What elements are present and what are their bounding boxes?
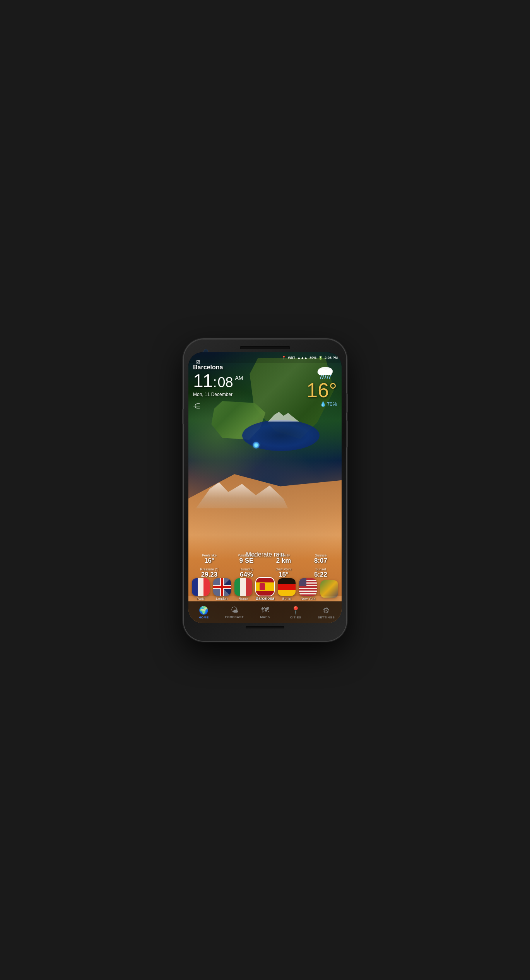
- italy-flag: [234, 578, 252, 596]
- cities-row: Paris London Rome: [188, 578, 342, 601]
- city-berlin[interactable]: Berlin: [278, 578, 296, 601]
- spain-emblem: [260, 583, 265, 590]
- wifi-icon: WiFi: [288, 356, 295, 360]
- speaker-top: [240, 346, 290, 349]
- nav-maps[interactable]: 🗺 MAPS: [250, 603, 280, 621]
- london-label: London: [216, 597, 228, 601]
- settings-icon: ⚙: [323, 606, 330, 615]
- flag-new-york: [299, 578, 317, 596]
- speaker-bottom: [246, 626, 284, 628]
- svg-line-8: [329, 376, 330, 379]
- wind-value: 9 SE: [229, 557, 264, 565]
- temperature-display: 16°: [306, 380, 337, 400]
- nav-settings[interactable]: ⚙ SETTINGS: [311, 603, 342, 621]
- sunset-label: Sunset: [303, 567, 339, 571]
- svg-line-4: [320, 376, 321, 379]
- new-york-label: New York: [301, 597, 315, 601]
- nav-home[interactable]: 🌍 HOME: [188, 603, 219, 621]
- nav-cities[interactable]: 📍 CITIES: [280, 603, 311, 621]
- home-icon: 🌍: [199, 606, 209, 615]
- time-display: 11 : 08 AM: [193, 372, 243, 391]
- nav-forecast[interactable]: 🌤 FORECAST: [219, 603, 250, 621]
- germany-flag: [278, 578, 296, 596]
- city-extra[interactable]: [320, 580, 338, 599]
- weather-top-right: 16° 💧 70%: [306, 365, 337, 407]
- flag-london: [213, 578, 231, 596]
- visibility-label: Visibility: [266, 553, 301, 557]
- svg-line-5: [323, 376, 324, 379]
- weather-top-left: Barcelona 11 : 08 AM Mon, 11 December ⋲: [193, 364, 243, 410]
- city-paris[interactable]: Paris: [192, 578, 210, 601]
- cities-label: CITIES: [290, 616, 301, 619]
- flag-paris: [192, 578, 210, 596]
- phone-screen: 🖼 📍 WiFi ▲▲▲ 89% 🔋 2:08 PM Barcelona 11 …: [188, 352, 342, 623]
- share-icon[interactable]: ⋲: [193, 402, 243, 410]
- wind-label: Wind (m/s): [229, 553, 264, 557]
- power-button: [346, 420, 348, 447]
- feels-like-label: Feels like: [191, 553, 227, 557]
- pressure-cell: Pressure (") 29.23: [191, 566, 227, 579]
- feels-like-cell: Feels like 16°: [191, 553, 227, 565]
- location-icon: 📍: [282, 356, 286, 360]
- berlin-label: Berlin: [282, 597, 291, 601]
- dew-point-label: Dew Point: [266, 567, 301, 571]
- barcelona-label: Barcelona: [256, 596, 274, 601]
- city-rome[interactable]: Rome: [234, 578, 252, 601]
- forecast-label: FORECAST: [225, 615, 244, 619]
- flag-berlin: [278, 578, 296, 596]
- extra-flag: [320, 580, 338, 598]
- time-ampm: AM: [235, 375, 243, 381]
- svg-line-6: [325, 376, 326, 379]
- cities-icon: 📍: [291, 606, 301, 615]
- time-colon: :: [213, 376, 217, 389]
- phone-device: 🖼 📍 WiFi ▲▲▲ 89% 🔋 2:08 PM Barcelona 11 …: [184, 339, 346, 641]
- visibility-cell: Visibility 2 km: [266, 553, 301, 565]
- sunrise-label: Sunrise: [303, 553, 339, 557]
- uk-red-cross: [213, 578, 231, 596]
- status-bar: 🖼 📍 WiFi ▲▲▲ 89% 🔋 2:08 PM: [188, 352, 342, 363]
- weather-details-grid: Feels like 16° Wind (m/s) 9 SE Visibilit…: [191, 553, 339, 579]
- svg-line-7: [327, 376, 328, 379]
- signal-icon: ▲▲▲: [297, 356, 308, 360]
- left-button: [182, 409, 184, 424]
- rome-label: Rome: [239, 597, 248, 601]
- paris-label: Paris: [197, 597, 205, 601]
- maps-icon: 🗺: [261, 606, 269, 615]
- time-status: 2:08 PM: [325, 356, 338, 360]
- cloud-rain-icon: [314, 365, 337, 380]
- settings-label: SETTINGS: [318, 616, 335, 619]
- humidity-cell: Humidity 64%: [229, 566, 264, 579]
- rain-chance: 💧 70%: [320, 401, 337, 407]
- pressure-label: Pressure ("): [191, 567, 227, 571]
- city-barcelona[interactable]: Barcelona: [256, 578, 274, 601]
- location-dot: [253, 442, 260, 449]
- city-name: Barcelona: [193, 364, 243, 371]
- dew-point-cell: Dew Point 15°: [266, 566, 301, 579]
- city-new-york[interactable]: New York: [299, 578, 317, 601]
- image-status-icon: 🖼: [196, 360, 200, 364]
- maps-label: MAPS: [260, 615, 270, 619]
- nav-bar: 🌍 HOME 🌤 FORECAST 🗺 MAPS 📍 CITIES ⚙ SETT…: [188, 601, 342, 623]
- status-right-icons: 📍 WiFi ▲▲▲ 89% 🔋 2:08 PM: [282, 356, 338, 360]
- flag-rome: [234, 578, 252, 596]
- feels-like-value: 16°: [191, 557, 227, 565]
- sunrise-value: 8:07: [303, 557, 339, 565]
- time-hour: 11: [193, 372, 212, 390]
- home-label: HOME: [199, 616, 209, 619]
- battery-icon: 🔋: [318, 356, 323, 360]
- svg-rect-3: [319, 372, 332, 375]
- sunset-cell: Sunset 5:22: [303, 566, 339, 579]
- forecast-icon: 🌤: [231, 606, 238, 615]
- city-london[interactable]: London: [213, 578, 231, 601]
- battery-text: 89%: [309, 356, 316, 360]
- date-display: Mon, 11 December: [193, 392, 243, 397]
- rain-drop-icon: 💧: [320, 401, 326, 407]
- flag-extra: [320, 580, 338, 598]
- visibility-value: 2 km: [266, 557, 301, 565]
- usa-canton: [299, 578, 306, 586]
- spain-flag: [256, 578, 274, 596]
- phone-bottom: [188, 626, 342, 628]
- rain-percent: 70%: [327, 401, 337, 407]
- france-flag: [192, 578, 210, 596]
- humidity-label: Humidity: [229, 567, 264, 571]
